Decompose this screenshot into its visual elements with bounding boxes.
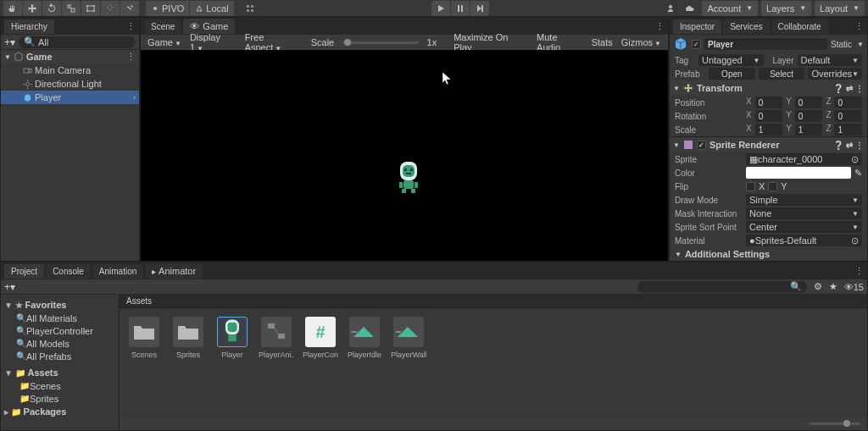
asset-anim-walk[interactable]: PlayerWalk (392, 317, 425, 359)
asset-prefab-player[interactable]: Player (216, 317, 248, 359)
tab-console[interactable]: Console (46, 264, 91, 279)
drawmode-dropdown[interactable]: Simple▼ (746, 194, 862, 206)
filter-icon[interactable]: ⚙ (814, 281, 822, 292)
step-button-icon[interactable] (470, 1, 489, 16)
prefab-open-button[interactable]: Open (709, 68, 755, 80)
rot-y-field[interactable]: 0 (795, 110, 823, 122)
svg-point-6 (86, 10, 88, 12)
static-dropdown[interactable]: ▼ (857, 41, 864, 48)
pause-button-icon[interactable] (451, 1, 470, 16)
breadcrumb[interactable]: Assets (120, 295, 867, 308)
asset-folder-sprites[interactable]: Sprites (172, 317, 204, 359)
prefab-select-button[interactable]: Select (759, 68, 805, 80)
layer-dropdown[interactable]: Default▼ (798, 54, 863, 66)
tab-project[interactable]: Project (4, 264, 44, 279)
folder-scenes[interactable]: 📁 Scenes (4, 379, 115, 392)
mask-dropdown[interactable]: None▼ (746, 207, 862, 219)
panel-menu-icon[interactable]: ⋮ (854, 21, 864, 32)
layers-dropdown[interactable]: Layers▼ (761, 1, 811, 16)
hierarchy-search[interactable]: 🔍All (19, 36, 136, 48)
folder-sprites[interactable]: 📁 Sprites (4, 392, 115, 405)
sprite-renderer-enabled[interactable]: ✓ (697, 141, 706, 150)
object-name-field[interactable]: Player (704, 38, 827, 50)
eyedropper-icon[interactable]: ✎ (854, 168, 862, 179)
scl-z-field[interactable]: 1 (834, 124, 862, 135)
pos-y-field[interactable]: 0 (795, 97, 823, 108)
svg-rect-28 (402, 189, 406, 193)
svg-rect-32 (684, 141, 693, 149)
sort-dropdown[interactable]: Center▼ (746, 221, 862, 233)
asset-anim-idle[interactable]: PlayerIdle (348, 317, 381, 359)
project-tree: ▼ ★ Favorites 🔍 All Materials 🔍 PlayerCo… (1, 295, 120, 430)
combined-tool-icon[interactable] (101, 1, 120, 16)
rotate-tool-icon[interactable] (42, 1, 61, 16)
hidden-count[interactable]: 👁15 (844, 282, 864, 292)
rect-tool-icon[interactable] (81, 1, 100, 16)
custom-tool-icon[interactable] (120, 1, 139, 16)
transform-header[interactable]: ▼Transform❔ ⇄ ⋮ (670, 80, 867, 96)
rot-z-field[interactable]: 0 (834, 110, 862, 122)
hierarchy-item-camera[interactable]: Main Camera (1, 64, 139, 77)
asset-script[interactable]: #PlayerCont... (304, 317, 337, 359)
cloud-icon[interactable] (680, 1, 698, 16)
top-toolbar: PIVO Local Account▼ Layers▼ Layout▼ (0, 0, 868, 17)
active-checkbox[interactable]: ✓ (692, 40, 701, 49)
pos-x-field[interactable]: 0 (755, 97, 783, 108)
hierarchy-item-player[interactable]: Player› (1, 91, 139, 104)
svg-rect-31 (415, 182, 418, 188)
sprite-field[interactable]: ▦character_0000⊙ (746, 153, 862, 165)
hierarchy-item-light[interactable]: Directional Light (1, 77, 139, 91)
account-dropdown[interactable]: Account▼ (702, 1, 758, 16)
panel-menu-icon[interactable]: ⋮ (854, 266, 864, 277)
fav-playercontroller[interactable]: 🔍 PlayerController (4, 324, 115, 337)
inspector-panel: Inspector Services Collaborate ⋮ ✓ Playe… (669, 17, 868, 262)
scale-tool-icon[interactable] (62, 1, 81, 16)
prefab-overrides-dropdown[interactable]: Overrides▼ (808, 68, 862, 80)
flip-x[interactable] (746, 182, 755, 191)
create-dropdown-icon[interactable]: +▾ (4, 281, 15, 293)
scl-y-field[interactable]: 1 (795, 124, 823, 135)
fav-prefabs[interactable]: 🔍 All Prefabs (4, 350, 115, 362)
local-toggle[interactable]: Local (190, 1, 233, 16)
svg-point-17 (26, 82, 30, 86)
layout-dropdown[interactable]: Layout▼ (815, 1, 865, 16)
asset-animcontroller[interactable]: PlayerAni... (260, 317, 292, 359)
play-button-icon[interactable] (431, 1, 450, 16)
material-field[interactable]: ●Sprites-Default⊙ (746, 235, 862, 246)
fav-materials[interactable]: 🔍 All Materials (4, 312, 115, 324)
tab-services[interactable]: Services (723, 19, 769, 34)
color-field[interactable] (746, 167, 851, 179)
collab-icon[interactable] (661, 1, 680, 16)
scene-root[interactable]: ▼Game⋮ (1, 50, 139, 64)
project-search[interactable]: 🔍 (637, 281, 807, 293)
tab-inspector[interactable]: Inspector (673, 19, 721, 34)
game-dropdown[interactable]: Game▼ (147, 37, 181, 47)
tab-animation[interactable]: Animation (92, 264, 143, 279)
asset-folder-scenes[interactable]: Scenes (128, 317, 160, 359)
scl-x-field[interactable]: 1 (755, 124, 783, 135)
thumbnail-size-slider[interactable] (810, 423, 860, 425)
tab-animator[interactable]: ▸ Animator (145, 263, 203, 279)
favorite-icon[interactable]: ★ (829, 281, 837, 292)
sprite-renderer-header[interactable]: ▼✓Sprite Renderer❔ ⇄ ⋮ (670, 137, 867, 152)
game-view[interactable] (141, 50, 668, 261)
move-tool-icon[interactable] (23, 1, 42, 16)
pivot-toggle[interactable]: PIVO (146, 1, 189, 16)
tab-scene[interactable]: Scene (144, 19, 181, 34)
flip-y[interactable] (768, 182, 777, 191)
stats-toggle[interactable]: Stats (592, 37, 613, 47)
gizmos-dropdown[interactable]: Gizmos▼ (621, 37, 661, 47)
tab-hierarchy[interactable]: Hierarchy (4, 19, 54, 34)
tab-collaborate[interactable]: Collaborate (771, 19, 828, 34)
tag-dropdown[interactable]: Untagged▼ (698, 54, 764, 66)
scale-slider[interactable] (342, 41, 418, 44)
fav-models[interactable]: 🔍 All Models (4, 337, 115, 350)
pos-z-field[interactable]: 0 (834, 97, 862, 108)
panel-menu-icon[interactable]: ⋮ (126, 21, 136, 32)
snap-icon[interactable] (241, 1, 259, 16)
hand-tool-icon[interactable] (3, 1, 22, 16)
hierarchy-panel: Hierarchy ⋮ +▾ 🔍All ▼Game⋮ Main Camera D… (0, 17, 140, 262)
rot-x-field[interactable]: 0 (755, 110, 783, 122)
create-dropdown-icon[interactable]: +▾ (4, 36, 15, 48)
panel-menu-icon[interactable]: ⋮ (655, 21, 665, 32)
